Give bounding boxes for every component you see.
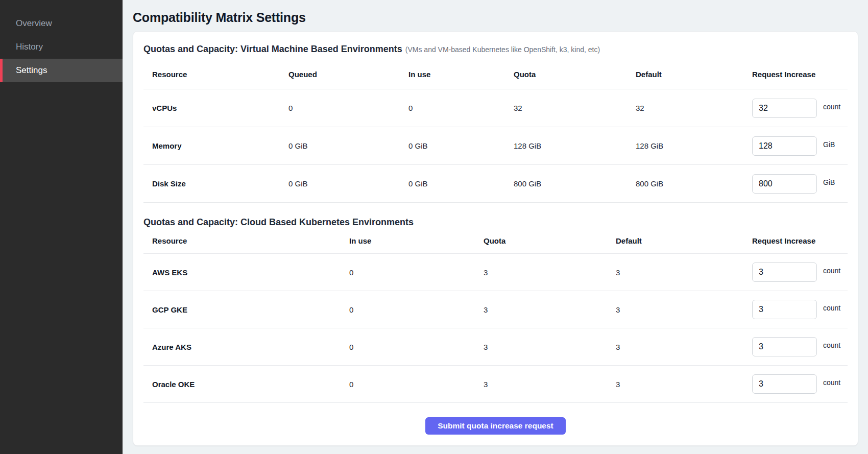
cell-value: 3 [484,268,616,277]
section-cloud-quotas: Quotas and Capacity: Cloud Based Kuberne… [143,216,848,403]
cell-value: 0 GiB [288,141,408,150]
main-content: Compatibility Matrix Settings Quotas and… [123,0,868,454]
sidebar-item-label: Overview [16,18,52,29]
cell-value: 0 [349,305,484,314]
resource-name: Disk Size [143,179,288,188]
cell-value: 3 [484,380,616,389]
quota-input[interactable] [752,337,817,356]
cell-value: 0 GiB [408,141,514,150]
section-title: Quotas and Capacity: Cloud Based Kuberne… [143,217,414,227]
cell-value: 128 GiB [514,141,636,150]
settings-card: Quotas and Capacity: Virtual Machine Bas… [133,31,858,446]
unit-label: GiB [823,178,835,186]
cell-value: 3 [616,380,752,389]
sidebar-item-settings[interactable]: Settings [0,59,123,82]
quota-input[interactable] [752,262,817,282]
quota-input[interactable] [752,300,817,319]
column-header: Quota [484,236,616,245]
sidebar-item-label: Settings [16,65,47,76]
column-header: Default [636,70,752,79]
page-title: Compatibility Matrix Settings [133,9,860,31]
request-increase-cell: count [752,337,848,356]
section-title: Quotas and Capacity: Virtual Machine Bas… [143,44,402,54]
resource-name: vCPUs [143,104,288,112]
table-row: AWS EKS033count [143,254,848,291]
cell-value: 0 [408,104,514,112]
cloud-quota-table: ResourceIn useQuotaDefaultRequest Increa… [143,228,848,403]
table-row: Disk Size0 GiB0 GiB800 GiB800 GiBGiB [143,165,848,203]
cell-value: 0 [349,268,484,277]
cell-value: 3 [616,343,752,351]
table-header-row: ResourceIn useQuotaDefaultRequest Increa… [143,228,848,254]
resource-name: Azure AKS [143,343,349,351]
cell-value: 3 [484,305,616,314]
column-header: Default [616,236,752,245]
column-header: Queued [288,70,408,79]
cell-value: 0 [349,343,484,351]
request-increase-cell: GiB [752,174,848,194]
resource-name: Oracle OKE [143,380,349,389]
quota-input[interactable] [752,136,817,156]
column-header: Resource [143,236,349,245]
column-header: Resource [143,70,288,79]
cell-value: 0 GiB [288,179,408,188]
request-increase-cell: count [752,374,848,394]
request-increase-cell: count [752,300,848,319]
cell-value: 0 [349,380,484,389]
sidebar-nav: OverviewHistorySettings [0,0,123,82]
cell-value: 128 GiB [636,141,752,150]
quota-input[interactable] [752,99,817,118]
cell-value: 800 GiB [514,179,636,188]
column-header: Request Increase [752,70,848,79]
resource-name: AWS EKS [143,268,349,277]
section-heading: Quotas and Capacity: Virtual Machine Bas… [143,43,848,56]
sidebar-item-overview[interactable]: Overview [0,12,123,35]
cell-value: 32 [636,104,752,112]
sidebar-item-history[interactable]: History [0,35,123,59]
cell-value: 0 GiB [408,179,514,188]
request-increase-cell: count [752,262,848,282]
column-header: Request Increase [752,236,848,245]
table-row: Oracle OKE033count [143,366,848,403]
unit-label: count [823,341,840,349]
column-header: In use [408,70,514,79]
table-row: Memory0 GiB0 GiB128 GiB128 GiBGiB [143,127,848,165]
cell-value: 3 [484,343,616,351]
unit-label: count [823,304,840,312]
quota-input[interactable] [752,374,817,394]
unit-label: count [823,267,840,275]
column-header: Quota [514,70,636,79]
sidebar-item-label: History [16,42,43,52]
table-row: vCPUs003232count [143,89,848,127]
table-header-row: ResourceQueuedIn useQuotaDefaultRequest … [143,60,848,89]
unit-label: count [823,378,840,387]
cell-value: 3 [616,305,752,314]
section-vm-quotas: Quotas and Capacity: Virtual Machine Bas… [143,43,848,203]
request-increase-cell: GiB [752,136,848,156]
unit-label: GiB [823,140,835,149]
request-increase-cell: count [752,99,848,118]
cell-value: 3 [616,268,752,277]
submit-quota-button[interactable]: Submit quota increase request [425,417,566,435]
table-row: GCP GKE033count [143,291,848,328]
section-heading: Quotas and Capacity: Cloud Based Kuberne… [143,216,848,228]
cell-value: 0 [288,104,408,112]
cell-value: 800 GiB [636,179,752,188]
column-header: In use [349,236,484,245]
vm-quota-table: ResourceQueuedIn useQuotaDefaultRequest … [143,60,848,203]
sidebar: OverviewHistorySettings [0,0,123,454]
unit-label: count [823,103,840,111]
cell-value: 32 [514,104,636,112]
table-row: Azure AKS033count [143,328,848,366]
resource-name: Memory [143,141,288,150]
resource-name: GCP GKE [143,305,349,314]
quota-input[interactable] [752,174,817,194]
actions-bar: Submit quota increase request [143,417,848,435]
section-subtitle: (VMs and VM-based Kubernetes like OpenSh… [405,45,600,54]
